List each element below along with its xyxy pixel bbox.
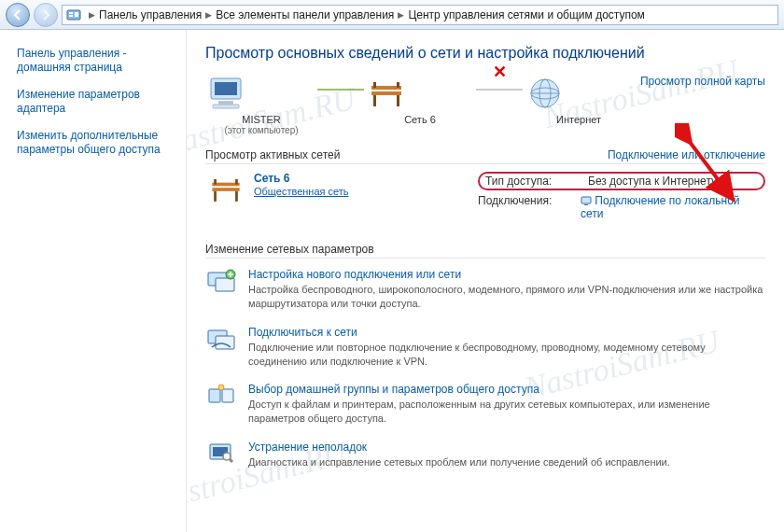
active-networks-label: Просмотр активных сетей bbox=[205, 148, 340, 161]
node-this-computer: MISTER (этот компьютер) bbox=[205, 75, 317, 135]
svg-rect-9 bbox=[371, 91, 401, 95]
access-type-value: Без доступа к Интернету bbox=[588, 175, 758, 188]
node-label: MISTER bbox=[205, 114, 317, 125]
task-desc: Подключение или повторное подключение к … bbox=[248, 341, 765, 369]
active-network-block: Сеть 6 Общественная сеть Тип доступа: Бе… bbox=[205, 172, 765, 224]
network-map: Просмотр полной карты MISTER (этот компь… bbox=[205, 75, 765, 135]
task-item: Подключиться к сети Подключение или повт… bbox=[205, 326, 765, 369]
back-button[interactable] bbox=[6, 3, 30, 27]
svg-rect-31 bbox=[216, 336, 234, 349]
svg-rect-28 bbox=[216, 278, 234, 291]
breadcrumb-sep-icon: ▶ bbox=[205, 10, 212, 20]
access-type-key: Тип доступа: bbox=[485, 175, 588, 188]
svg-rect-32 bbox=[209, 389, 220, 402]
task-link[interactable]: Подключиться к сети bbox=[248, 326, 357, 339]
svg-rect-23 bbox=[214, 179, 217, 185]
sidebar: Панель управления - домашняя страница Из… bbox=[0, 30, 187, 532]
connector-ok bbox=[317, 75, 364, 112]
svg-rect-33 bbox=[222, 389, 233, 402]
homegroup-icon bbox=[205, 383, 237, 409]
svg-rect-26 bbox=[584, 204, 588, 205]
sidebar-adapter-link[interactable]: Изменение параметров адаптера bbox=[17, 88, 175, 116]
svg-point-37 bbox=[223, 453, 231, 460]
node-label: Сеть 6 bbox=[364, 114, 476, 125]
task-link[interactable]: Устранение неполадок bbox=[248, 441, 367, 454]
task-item: Устранение неполадок Диагностика и испра… bbox=[205, 441, 765, 469]
breadcrumb[interactable]: ▶ Панель управления ▶ Все элементы панел… bbox=[62, 5, 778, 25]
active-networks-head: Просмотр активных сетей Подключение или … bbox=[205, 148, 765, 164]
toolbar: ▶ Панель управления ▶ Все элементы панел… bbox=[0, 0, 784, 30]
node-label: Интернет bbox=[523, 114, 635, 125]
svg-rect-12 bbox=[373, 82, 376, 88]
main-area: Панель управления - домашняя страница Из… bbox=[0, 30, 784, 532]
svg-point-34 bbox=[218, 385, 224, 390]
svg-rect-24 bbox=[235, 179, 238, 185]
task-desc: Диагностика и исправление сетевых пробле… bbox=[248, 455, 765, 469]
svg-rect-7 bbox=[213, 105, 239, 108]
sidebar-sharing-link[interactable]: Изменить дополнительные параметры общего… bbox=[17, 129, 175, 157]
svg-rect-22 bbox=[235, 191, 238, 202]
arrow-right-icon bbox=[40, 9, 51, 21]
network-type-link[interactable]: Общественная сеть bbox=[254, 186, 349, 197]
lan-icon bbox=[581, 195, 592, 206]
breadcrumb-seg-2[interactable]: Все элементы панели управления bbox=[216, 8, 394, 21]
svg-rect-13 bbox=[397, 82, 399, 88]
svg-rect-6 bbox=[218, 101, 233, 105]
connector-broken: ✕ bbox=[476, 75, 523, 112]
connection-link[interactable]: Подключение по локальной сети bbox=[581, 194, 740, 220]
connections-key: Подключения: bbox=[478, 194, 581, 220]
connections-row: Подключения: Подключение по локальной се… bbox=[478, 194, 765, 220]
connect-disconnect-link[interactable]: Подключение или отключение bbox=[608, 148, 765, 161]
breadcrumb-sep-icon: ▶ bbox=[89, 10, 95, 20]
tasks-list: Настройка нового подключения или сети На… bbox=[205, 268, 765, 469]
bench-icon bbox=[205, 172, 246, 207]
access-row-highlighted: Тип доступа: Без доступа к Интернету bbox=[478, 172, 765, 190]
change-settings-head: Изменение сетевых параметров bbox=[205, 243, 765, 259]
breadcrumb-seg-1[interactable]: Панель управления bbox=[99, 8, 202, 21]
network-name: Сеть 6 bbox=[254, 172, 349, 185]
page-title: Просмотр основных сведений о сети и наст… bbox=[205, 45, 765, 62]
task-desc: Доступ к файлам и принтерам, расположенн… bbox=[248, 398, 765, 426]
cross-icon: ✕ bbox=[493, 62, 507, 82]
bench-icon bbox=[364, 75, 409, 112]
svg-rect-20 bbox=[212, 188, 239, 191]
full-map-link[interactable]: Просмотр полной карты bbox=[640, 75, 765, 88]
svg-rect-25 bbox=[581, 197, 591, 203]
new-connection-icon bbox=[205, 268, 237, 294]
node-network: Сеть 6 bbox=[364, 75, 476, 125]
connect-network-icon bbox=[205, 326, 237, 352]
computer-icon bbox=[205, 75, 250, 112]
content: Просмотр основных сведений о сети и наст… bbox=[187, 30, 784, 532]
svg-rect-5 bbox=[215, 82, 237, 95]
globe-icon bbox=[523, 75, 567, 112]
node-internet: Интернет bbox=[523, 75, 635, 125]
control-panel-icon bbox=[66, 7, 81, 22]
breadcrumb-seg-3[interactable]: Центр управления сетями и общим доступом bbox=[408, 8, 645, 21]
network-details: Тип доступа: Без доступа к Интернету Под… bbox=[478, 172, 765, 224]
svg-rect-11 bbox=[397, 95, 399, 106]
svg-rect-10 bbox=[373, 95, 376, 106]
troubleshoot-icon bbox=[205, 441, 237, 467]
svg-rect-1 bbox=[69, 12, 73, 14]
task-link[interactable]: Выбор домашней группы и параметров общег… bbox=[248, 383, 539, 396]
svg-rect-21 bbox=[214, 191, 217, 202]
task-item: Выбор домашней группы и параметров общег… bbox=[205, 383, 765, 426]
breadcrumb-sep-icon: ▶ bbox=[398, 10, 404, 20]
task-link[interactable]: Настройка нового подключения или сети bbox=[248, 268, 461, 281]
sidebar-home-link[interactable]: Панель управления - домашняя страница bbox=[17, 47, 175, 75]
network-identity: Сеть 6 Общественная сеть bbox=[205, 172, 467, 224]
svg-rect-2 bbox=[69, 15, 73, 17]
node-sublabel: (этот компьютер) bbox=[205, 125, 317, 135]
task-item: Настройка нового подключения или сети На… bbox=[205, 268, 765, 311]
forward-button[interactable] bbox=[34, 3, 58, 27]
arrow-left-icon bbox=[12, 9, 23, 21]
svg-rect-3 bbox=[75, 12, 78, 17]
task-desc: Настройка беспроводного, широкополосного… bbox=[248, 283, 765, 311]
